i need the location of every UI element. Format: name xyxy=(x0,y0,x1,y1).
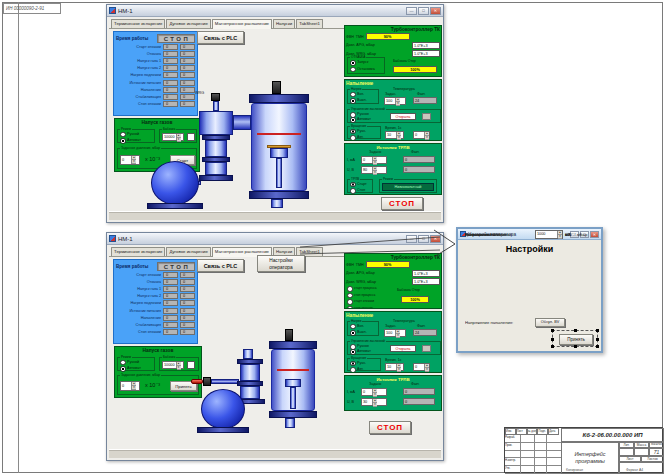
heat-group: Нагрев Вкл. Выкл. xyxy=(347,89,379,104)
shutter-group: Управление заслонкой Ручное Автомат Откр… xyxy=(347,109,441,123)
titlebar[interactable]: НМ-1 — □ ✕ xyxy=(107,233,443,245)
butterfly-spinner[interactable]: 10000▴▾ xyxy=(162,361,184,369)
radio-start-pumping[interactable]: Запуск xyxy=(350,60,384,66)
radio-shutter-auto[interactable]: Автомат xyxy=(350,117,371,123)
turbo-process-radio[interactable]: старт откачки xyxy=(347,299,377,305)
timer-title: Время работы xyxy=(116,36,155,41)
tab[interactable]: Напуски xyxy=(273,19,295,28)
maximize-button[interactable]: □ xyxy=(418,235,429,243)
operator-settings-button[interactable]: Настройкиоператора xyxy=(257,255,305,272)
app-icon xyxy=(109,235,116,242)
minimize-button[interactable]: — xyxy=(406,235,417,243)
rotary-pump-graphic xyxy=(201,389,245,429)
current-set-spinner[interactable]: 0▴▾ xyxy=(361,156,387,164)
timer-value-set: 0 xyxy=(163,272,178,278)
shutter-icon[interactable] xyxy=(422,113,431,120)
tab[interactable]: Дуговое испарение xyxy=(166,19,210,28)
operator-settings-dialog: Настройки оператора — □ ✕ Настройки Напр… xyxy=(456,227,603,353)
radio-heat-on[interactable]: Вкл. xyxy=(350,92,378,98)
signature-rows: Разраб. Пров. Н.контр. Утв. xyxy=(505,435,561,474)
tab[interactable]: Дуговое испарение xyxy=(166,247,210,256)
radio-source-stop[interactable]: Стоп xyxy=(350,188,372,194)
current-set-spinner[interactable]: 0▴▾ xyxy=(361,388,387,396)
current-label: I, мА xyxy=(347,158,355,162)
voltage-set-spinner[interactable]: 80▴▾ xyxy=(361,166,387,174)
wrg-label: Давл. WRG, мБар xyxy=(346,280,410,284)
reset-bv-button[interactable]: Обнул. BV xyxy=(535,318,565,327)
timer-value-actual: 0 xyxy=(180,300,195,306)
percent-spinner[interactable]: 0▴▾ xyxy=(413,131,430,139)
butterfly-label: Бабочка Откр xyxy=(393,59,416,63)
tab[interactable]: TabSheet1 xyxy=(296,19,323,28)
radio-source-start[interactable]: Старт xyxy=(350,182,372,188)
timer-value-set: 0 xyxy=(163,80,178,86)
rotation-group: Вращение Ручн. Авт. xyxy=(347,358,381,371)
percent-spinner[interactable]: 0▴▾ xyxy=(413,363,430,371)
wrg-gauge-graphic xyxy=(211,93,220,101)
time-spinner[interactable]: 10▴▾ xyxy=(385,131,404,139)
spray-title: Напыление xyxy=(346,81,440,86)
radio-rotation-manual[interactable]: Ручн. xyxy=(350,361,380,367)
radio-stop-pumping[interactable]: Остановка xyxy=(350,67,384,73)
spray-title: Напыление xyxy=(346,313,440,318)
radio-gas-manual[interactable]: Ручной xyxy=(120,360,154,366)
timer-value-set: 0 xyxy=(163,293,178,299)
stop-button[interactable]: СТОП xyxy=(381,197,423,210)
fvn-label: ФВН xyxy=(346,263,354,267)
close-button[interactable]: ✕ xyxy=(430,7,441,15)
voltage-label: U, В xyxy=(347,168,354,172)
settings-spinner[interactable]: 1000▴▾ xyxy=(535,230,563,239)
minimize-button[interactable]: — xyxy=(406,7,417,15)
spray-panel: Напыление Нагрев Вкл. Выкл. Температура … xyxy=(344,79,442,141)
temp-set-spinner[interactable]: 100▴▾ xyxy=(384,97,406,105)
timer-row: Напыление 0 0 xyxy=(115,314,196,321)
timer-row: Стоп откачки 0 0 xyxy=(115,101,196,108)
radio-heat-off[interactable]: Выкл. xyxy=(350,98,378,104)
voltage-set-spinner[interactable]: 30▴▾ xyxy=(361,398,387,406)
turbo-process-radio[interactable]: стоп откачки xyxy=(347,306,377,310)
shutter-icon[interactable] xyxy=(422,345,431,352)
doc-number: Кб-2-06.00.00.000 ИП xyxy=(561,428,664,442)
hmi-window-1: НМ-1 — □ ✕ Термическое испарениеДуговое … xyxy=(106,4,444,223)
timer-row: Источник питания 0 0 xyxy=(115,79,196,86)
temp-set-spinner[interactable]: 100▴▾ xyxy=(384,329,406,337)
pressure-spinner[interactable]: 0▴▾ xyxy=(120,381,140,391)
tab[interactable]: Термическое испарение xyxy=(111,247,165,256)
tab[interactable]: Термическое испарение xyxy=(111,19,165,28)
timer-value-actual: 0 xyxy=(180,80,195,86)
time-spinner[interactable]: 10▴▾ xyxy=(385,363,404,371)
radio-shutter-auto[interactable]: Автомат xyxy=(350,349,371,355)
titlebar[interactable]: НМ-1 — □ ✕ xyxy=(107,5,443,17)
maximize-button[interactable]: □ xyxy=(418,7,429,15)
timer-row: Стабилизация 0 0 xyxy=(115,321,196,328)
turbo-process-radio[interactable]: стоп процесса xyxy=(347,293,377,299)
plc-link-button[interactable]: Связь с PLC xyxy=(197,31,244,44)
radio-heat-off[interactable]: Выкл. xyxy=(350,330,378,336)
stop-button[interactable]: СТОП xyxy=(369,421,411,434)
gas-title: Напуск газов xyxy=(116,348,200,353)
radio-gas-auto[interactable]: Автомат xyxy=(120,366,154,372)
voltage-fact-value: 0 xyxy=(403,398,435,405)
radio-rotation-auto[interactable]: Авт. xyxy=(350,367,380,373)
pressure-spinner[interactable]: 0▴▾ xyxy=(120,155,140,165)
radio-gas-manual[interactable]: Ручной xyxy=(120,132,154,138)
accept-button[interactable]: Принять xyxy=(559,334,593,345)
close-button[interactable]: ✕ xyxy=(430,235,441,243)
turbo-process-radio[interactable]: старт процесса xyxy=(347,286,377,292)
spray-panel: Напыление Нагрев Вкл. Выкл. Температура … xyxy=(344,311,442,373)
radio-rotation-manual[interactable]: Ручн. xyxy=(350,129,380,135)
timer-value-actual: 0 xyxy=(180,51,195,57)
gas-mode-group: Режим Ручной Автомат xyxy=(117,129,155,143)
timer-value-set: 0 xyxy=(163,308,178,314)
radio-rotation-auto[interactable]: Авт. xyxy=(350,135,380,141)
tab[interactable]: Магнетронное распыление xyxy=(212,19,272,29)
plc-link-button[interactable]: Связь с PLC xyxy=(197,259,244,272)
current-fact-value: 0 xyxy=(403,156,435,163)
radio-heat-on[interactable]: Вкл. xyxy=(350,324,378,330)
heater-graphic xyxy=(257,133,301,135)
timer-value-actual: 0 xyxy=(180,44,195,50)
butterfly-spinner[interactable]: 10000▴▾ xyxy=(162,133,184,141)
status-bar xyxy=(109,449,441,458)
current-fact-value: 0 xyxy=(403,388,435,395)
radio-gas-auto[interactable]: Автомат xyxy=(120,138,154,144)
